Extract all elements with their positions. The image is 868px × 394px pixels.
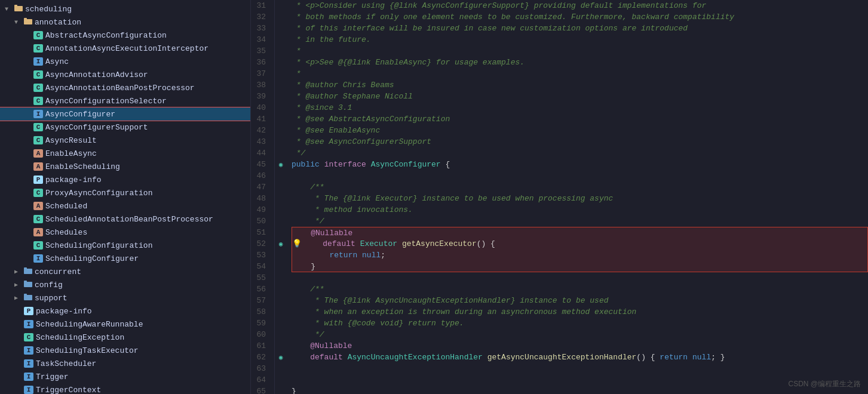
gutter-row-61 bbox=[275, 340, 287, 352]
gutter-row-63 bbox=[275, 363, 287, 374]
gutter-row-64 bbox=[275, 374, 287, 386]
line-number-48: 48 bbox=[253, 193, 269, 204]
gutter-row-55 bbox=[275, 272, 287, 284]
code-line-61: @Nullable bbox=[292, 340, 868, 352]
sidebar-item-package-info[interactable]: Ppackage-info bbox=[0, 173, 250, 186]
gutter-row-56 bbox=[275, 284, 287, 295]
sidebar-item-TriggerContext[interactable]: ITriggerContext bbox=[0, 383, 250, 394]
gutter-row-62: ◉ bbox=[275, 352, 287, 363]
gutter-row-46 bbox=[275, 170, 287, 181]
svg-rect-2 bbox=[14, 5, 17, 7]
token: public bbox=[292, 159, 320, 170]
watermark: CSDN @编程重生之路 bbox=[788, 379, 861, 389]
sidebar-item-SchedulingAwareRunnable[interactable]: ISchedulingAwareRunnable bbox=[0, 318, 250, 331]
token: return bbox=[329, 250, 357, 261]
token: @Nullable bbox=[292, 340, 352, 352]
gutter-row-60 bbox=[275, 329, 287, 340]
sidebar-item-support[interactable]: ▶ support bbox=[0, 291, 250, 304]
gutter-row-59 bbox=[275, 318, 287, 329]
code-line-56: /** bbox=[292, 284, 868, 295]
item-label-concurrent: concurrent bbox=[35, 267, 81, 276]
code-line-49: * method invocations. bbox=[292, 204, 868, 216]
class-icon-Trigger: I bbox=[24, 373, 33, 381]
sidebar-item-Trigger[interactable]: ITrigger bbox=[0, 370, 250, 383]
gutter-row-31 bbox=[275, 0, 287, 11]
sidebar-item-AsyncAnnotationBeanPostProcessor[interactable]: CAsyncAnnotationBeanPostProcessor bbox=[0, 81, 250, 94]
line-number-65: 65 bbox=[253, 386, 269, 394]
sidebar-item-Scheduled[interactable]: AScheduled bbox=[0, 199, 250, 213]
gutter-row-47 bbox=[275, 181, 287, 193]
file-tree[interactable]: ▼ scheduling▼ annotation CAbstractAsyncC… bbox=[0, 0, 251, 394]
item-label-support: support bbox=[35, 294, 68, 303]
gutter-row-33 bbox=[275, 23, 287, 34]
sidebar-item-TaskScheduler[interactable]: ITaskScheduler bbox=[0, 357, 250, 370]
class-icon-Scheduled: A bbox=[33, 202, 43, 210]
class-icon-SchedulingException: C bbox=[24, 333, 33, 341]
code-editor: 3132333435363738394041424344454647484950… bbox=[251, 0, 868, 394]
gutter-row-35 bbox=[275, 45, 287, 57]
sidebar-item-SchedulingConfiguration[interactable]: CSchedulingConfiguration bbox=[0, 239, 250, 252]
tree-arrow-config[interactable]: ▶ bbox=[14, 281, 24, 288]
code-line-32: * both methods if only one element needs… bbox=[292, 11, 868, 23]
sidebar-item-AbstractAsyncConfiguration[interactable]: CAbstractAsyncConfiguration bbox=[0, 29, 250, 42]
class-icon-AsyncConfigurationSelector: C bbox=[33, 97, 43, 105]
class-icon-Async: I bbox=[33, 57, 43, 66]
gutter-row-53 bbox=[275, 250, 287, 261]
code-line-45: public interface AsyncConfigurer { bbox=[292, 159, 868, 170]
item-label-Scheduled: Scheduled bbox=[45, 202, 87, 211]
sidebar-item-annotation[interactable]: ▼ annotation bbox=[0, 16, 250, 29]
code-line-41: * @see AbstractAsyncConfiguration bbox=[292, 113, 868, 125]
token bbox=[357, 250, 362, 261]
svg-rect-11 bbox=[24, 294, 27, 296]
sidebar-item-AsyncConfigurer[interactable]: IAsyncConfigurer bbox=[0, 107, 250, 121]
bulb-icon[interactable]: 💡 bbox=[292, 238, 302, 250]
line-number-41: 41 bbox=[253, 113, 269, 125]
sidebar-item-ProxyAsyncConfiguration[interactable]: CProxyAsyncConfiguration bbox=[0, 186, 250, 199]
sidebar-item-Async[interactable]: IAsync bbox=[0, 55, 250, 68]
sidebar-item-EnableScheduling[interactable]: AEnableScheduling bbox=[0, 160, 250, 173]
line-number-55: 55 bbox=[253, 272, 269, 284]
tree-arrow-support[interactable]: ▶ bbox=[14, 294, 24, 301]
sidebar-item-scheduling[interactable]: ▼ scheduling bbox=[0, 2, 250, 16]
class-icon-package-info2: P bbox=[24, 307, 33, 315]
sidebar-item-concurrent[interactable]: ▶ concurrent bbox=[0, 265, 250, 278]
code-line-48: * The {@link Executor} instance to be us… bbox=[292, 193, 868, 204]
sidebar-item-config[interactable]: ▶ config bbox=[0, 278, 250, 291]
code-line-64 bbox=[292, 374, 868, 386]
sidebar-item-AsyncConfigurationSelector[interactable]: CAsyncConfigurationSelector bbox=[0, 94, 250, 107]
tree-arrow-annotation[interactable]: ▼ bbox=[14, 19, 24, 26]
token: * @since 3.1 bbox=[292, 102, 352, 113]
sidebar-item-AsyncAnnotationAdvisor[interactable]: CAsyncAnnotationAdvisor bbox=[0, 68, 250, 81]
sidebar-item-SchedulingTaskExecutor[interactable]: ISchedulingTaskExecutor bbox=[0, 344, 250, 357]
svg-rect-6 bbox=[24, 269, 32, 274]
item-label-SchedulingException: SchedulingException bbox=[36, 333, 124, 342]
line-number-44: 44 bbox=[253, 147, 269, 159]
item-label-Async: Async bbox=[45, 57, 69, 66]
class-icon-AsyncConfigurerSupport: C bbox=[33, 123, 43, 131]
token bbox=[304, 238, 323, 250]
code-line-36: * <p>See @{@link EnableAsync} for usage … bbox=[292, 57, 868, 68]
code-line-54: } bbox=[292, 261, 868, 272]
sidebar-item-ScheduledAnnotationBeanPostProcessor[interactable]: CScheduledAnnotationBeanPostProcessor bbox=[0, 213, 250, 226]
item-label-config: config bbox=[35, 281, 63, 290]
sidebar-item-EnableAsync[interactable]: AEnableAsync bbox=[0, 147, 250, 160]
line-number-43: 43 bbox=[253, 136, 269, 147]
gutter-row-44 bbox=[275, 147, 287, 159]
sidebar-item-Schedules[interactable]: ASchedules bbox=[0, 226, 250, 239]
sidebar-item-AnnotationAsyncExecutionInterceptor[interactable]: CAnnotationAsyncExecutionInterceptor bbox=[0, 42, 250, 55]
class-icon-ProxyAsyncConfiguration: C bbox=[33, 189, 43, 197]
code-line-33: * of this interface will be insured in c… bbox=[292, 23, 868, 34]
tree-arrow-concurrent[interactable]: ▶ bbox=[14, 268, 24, 275]
line-number-42: 42 bbox=[253, 125, 269, 136]
tree-arrow-scheduling[interactable]: ▼ bbox=[5, 6, 14, 13]
code-line-38: * @author Chris Beams bbox=[292, 79, 868, 91]
code-line-65: } bbox=[292, 386, 868, 394]
sidebar-item-AsyncConfigurerSupport[interactable]: CAsyncConfigurerSupport bbox=[0, 121, 250, 134]
sidebar-item-SchedulingException[interactable]: CSchedulingException bbox=[0, 331, 250, 344]
sidebar-item-package-info2[interactable]: Ppackage-info bbox=[0, 304, 250, 318]
class-icon-TaskScheduler: I bbox=[24, 359, 33, 368]
sidebar-item-AsyncResult[interactable]: CAsyncResult bbox=[0, 134, 250, 147]
token: * @see EnableAsync bbox=[292, 125, 380, 136]
item-label-scheduling: scheduling bbox=[25, 5, 72, 14]
sidebar-item-SchedulingConfigurer[interactable]: ISchedulingConfigurer bbox=[0, 252, 250, 265]
